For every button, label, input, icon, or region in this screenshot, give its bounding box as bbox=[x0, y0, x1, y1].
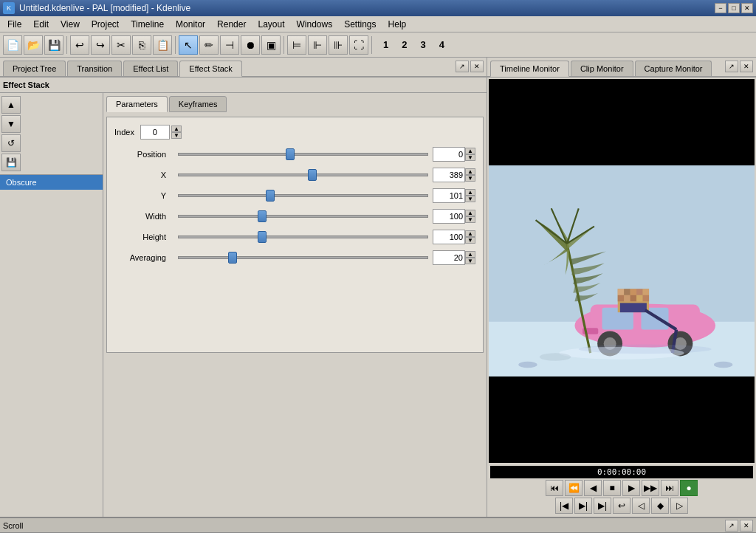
averaging-spin-up[interactable]: ▲ bbox=[465, 251, 475, 258]
split-tool[interactable]: ⊣ bbox=[220, 35, 239, 55]
panel-close[interactable]: ✕ bbox=[470, 61, 484, 72]
tab-effect-list[interactable]: Effect List bbox=[123, 61, 178, 76]
minimize-button[interactable]: − bbox=[715, 3, 726, 13]
cut-button[interactable]: ✂ bbox=[111, 35, 131, 55]
averaging-spin-down[interactable]: ▼ bbox=[465, 258, 475, 264]
tab-transition[interactable]: Transition bbox=[67, 61, 122, 76]
layout-3[interactable]: 3 bbox=[415, 37, 430, 52]
prev-clip-btn[interactable]: |◀ bbox=[555, 498, 573, 514]
keyframe-btn[interactable]: ◆ bbox=[651, 498, 669, 514]
layout-1[interactable]: 1 bbox=[378, 37, 394, 52]
menu-settings[interactable]: Settings bbox=[338, 18, 382, 31]
timeline-close-btn[interactable]: ✕ bbox=[740, 520, 753, 532]
play-btn[interactable]: ▶ bbox=[622, 480, 640, 496]
menu-help[interactable]: Help bbox=[382, 18, 413, 31]
prev-key-btn[interactable]: ◁ bbox=[632, 498, 650, 514]
save-button[interactable]: 💾 bbox=[44, 35, 63, 55]
tab-project-tree[interactable]: Project Tree bbox=[3, 61, 66, 76]
copy-button[interactable]: ⎘ bbox=[132, 35, 151, 55]
close-button[interactable]: ✕ bbox=[741, 3, 753, 13]
redo-button[interactable]: ↪ bbox=[91, 35, 110, 55]
width-label: Width bbox=[114, 212, 173, 221]
open-button[interactable]: 📂 bbox=[24, 35, 43, 55]
monitor-float-btn[interactable]: ↗ bbox=[725, 61, 738, 72]
transport-row1: ⏮ ⏪ ◀ ■ ▶ ▶▶ ⏭ ● bbox=[490, 480, 753, 496]
width-input[interactable] bbox=[433, 209, 465, 224]
effect-obscure[interactable]: Obscure bbox=[0, 175, 103, 190]
monitor-close-btn[interactable]: ✕ bbox=[740, 61, 753, 72]
loop-btn[interactable]: ↩ bbox=[613, 498, 630, 514]
height-input[interactable] bbox=[433, 230, 465, 244]
skip-end-btn[interactable]: ⏭ bbox=[661, 480, 678, 496]
undo-button[interactable]: ↩ bbox=[70, 35, 89, 55]
monitor-button[interactable]: ▣ bbox=[261, 35, 281, 55]
averaging-input[interactable] bbox=[433, 250, 465, 265]
layout-2[interactable]: 2 bbox=[396, 37, 412, 52]
paste-button[interactable]: 📋 bbox=[153, 35, 172, 55]
index-spin-up[interactable]: ▲ bbox=[171, 125, 182, 132]
x-spin-up[interactable]: ▲ bbox=[465, 168, 475, 175]
width-spin-up[interactable]: ▲ bbox=[465, 210, 475, 216]
svg-rect-17 bbox=[618, 295, 624, 301]
left-panel: Project Tree Transition Effect List Effe… bbox=[0, 58, 487, 517]
svg-rect-19 bbox=[630, 295, 636, 301]
y-spin-up[interactable]: ▲ bbox=[465, 189, 475, 196]
layout-4[interactable]: 4 bbox=[434, 37, 450, 52]
menu-view[interactable]: View bbox=[55, 18, 86, 31]
y-input[interactable] bbox=[433, 188, 465, 203]
razor-tool[interactable]: ✏ bbox=[199, 35, 219, 55]
x-input[interactable] bbox=[433, 168, 465, 182]
rewind-btn[interactable]: ◀ bbox=[584, 480, 602, 496]
height-spin-down[interactable]: ▼ bbox=[465, 237, 475, 244]
next-frame-btn[interactable]: ▶| bbox=[594, 498, 611, 514]
panel-float[interactable]: ↗ bbox=[456, 61, 469, 72]
tab-timeline-monitor[interactable]: Timeline Monitor bbox=[490, 61, 569, 77]
ff-btn[interactable]: ▶▶ bbox=[642, 480, 659, 496]
skip-start-btn[interactable]: ⏮ bbox=[546, 480, 563, 496]
menu-project[interactable]: Project bbox=[86, 18, 125, 31]
rewind-fast-btn[interactable]: ⏪ bbox=[565, 480, 583, 496]
effect-up-btn[interactable]: ▲ bbox=[1, 96, 21, 114]
menu-layout[interactable]: Layout bbox=[252, 18, 290, 31]
align-right[interactable]: ⊪ bbox=[329, 35, 348, 55]
menu-file[interactable]: File bbox=[1, 18, 27, 31]
arrow-tool[interactable]: ↖ bbox=[179, 35, 198, 55]
tab-clip-monitor[interactable]: Clip Monitor bbox=[571, 61, 633, 76]
effect-reset-btn[interactable]: ↺ bbox=[1, 134, 21, 152]
position-spin-up[interactable]: ▲ bbox=[465, 148, 475, 154]
tab-keyframes[interactable]: Keyframes bbox=[169, 96, 227, 112]
param-row-y: Y ▲ ▼ bbox=[114, 188, 475, 203]
tab-capture-monitor[interactable]: Capture Monitor bbox=[635, 61, 712, 76]
align-center[interactable]: ⊩ bbox=[308, 35, 327, 55]
next-key-btn[interactable]: ▷ bbox=[670, 498, 688, 514]
menu-windows[interactable]: Windows bbox=[291, 18, 339, 31]
width-spin-down[interactable]: ▼ bbox=[465, 216, 475, 223]
x-spin-down[interactable]: ▼ bbox=[465, 175, 475, 182]
maximize-button[interactable]: □ bbox=[728, 3, 740, 13]
record-live-btn[interactable]: ● bbox=[680, 480, 698, 496]
menu-edit[interactable]: Edit bbox=[27, 18, 55, 31]
align-left[interactable]: ⊨ bbox=[287, 35, 306, 55]
effect-save-btn[interactable]: 💾 bbox=[1, 154, 21, 171]
y-spin-down[interactable]: ▼ bbox=[465, 196, 475, 202]
menu-timeline[interactable]: Timeline bbox=[125, 18, 170, 31]
menu-render[interactable]: Render bbox=[211, 18, 252, 31]
timeline-float-btn[interactable]: ↗ bbox=[725, 520, 738, 532]
position-input[interactable] bbox=[433, 147, 465, 162]
window-controls[interactable]: − □ ✕ bbox=[715, 3, 753, 13]
timeline: Scroll ↗ ✕ − + Track 0 🔇 🔒 bbox=[0, 517, 756, 533]
group-tool[interactable]: ⛶ bbox=[349, 35, 368, 55]
position-spin-down[interactable]: ▼ bbox=[465, 154, 475, 161]
tab-parameters[interactable]: Parameters bbox=[106, 96, 168, 112]
record-button[interactable]: ⏺ bbox=[241, 35, 260, 55]
index-input[interactable] bbox=[140, 125, 170, 140]
menu-monitor[interactable]: Monitor bbox=[170, 18, 211, 31]
height-spin-up[interactable]: ▲ bbox=[465, 230, 475, 237]
effect-down-btn[interactable]: ▼ bbox=[1, 115, 21, 133]
next-clip-btn[interactable]: ▶| bbox=[574, 498, 592, 514]
new-button[interactable]: 📄 bbox=[3, 35, 22, 55]
tab-effect-stack[interactable]: Effect Stack bbox=[179, 61, 242, 77]
svg-rect-20 bbox=[636, 295, 642, 301]
index-spin-down[interactable]: ▼ bbox=[171, 132, 182, 139]
stop-btn[interactable]: ■ bbox=[603, 480, 621, 496]
